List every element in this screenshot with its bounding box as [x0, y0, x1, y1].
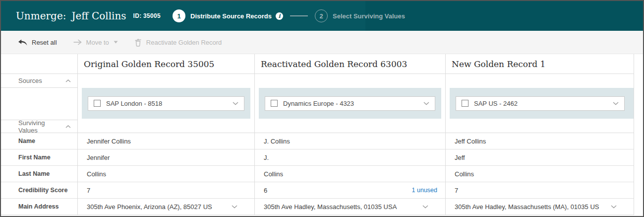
wizard-steps: 1 Distribute Source Records i 2 Select S… — [173, 9, 405, 22]
field-label-first-name: First Name — [1, 149, 77, 166]
reset-all-button[interactable]: Reset all — [18, 39, 57, 46]
page-title: Unmerge:Jeff Collins — [16, 10, 126, 22]
value-last-name: Collins — [255, 166, 445, 182]
sidebar-header-spacer — [1, 54, 77, 74]
reactivate-golden-record-button[interactable]: Reactivate Golden Record — [134, 38, 222, 47]
unmerge-label: Unmerge: — [16, 10, 66, 22]
value-credibility-score: 7 — [446, 182, 634, 199]
source-record-label: SAP London - 8518 — [106, 100, 162, 107]
unused-values-link[interactable]: 1 unused — [412, 187, 445, 194]
value-credibility-score: 6 1 unused — [255, 182, 445, 199]
record-id: ID: 35005 — [133, 12, 161, 19]
info-icon[interactable]: i — [276, 12, 283, 20]
value-name: Jennifer Collins — [78, 133, 254, 149]
caret-down-icon — [114, 41, 118, 44]
chevron-down-icon — [613, 102, 619, 105]
value-first-name: Jennifer — [78, 149, 254, 166]
step-2-circle: 2 — [315, 9, 328, 22]
column-title: Reactivated Golden Record 63003 — [255, 54, 445, 74]
value-last-name: Collins — [446, 166, 634, 182]
source-record-label: Dynamics Europe - 4323 — [283, 100, 354, 107]
value-main-address-dropdown[interactable]: 305th Ave Hadley, Massachusetts (MA), 01… — [446, 199, 634, 215]
value-main-address-dropdown[interactable]: 305th Ave Hadley, Massachusetts, 01035 U… — [255, 199, 445, 215]
field-label-name: Name — [1, 133, 77, 149]
sources-band: SAP US - 2462 — [450, 88, 634, 119]
value-first-name: J. — [255, 149, 445, 166]
source-record-checkbox[interactable] — [462, 100, 468, 107]
field-label-credibility-score: Credibility Score — [1, 182, 77, 199]
source-record-checkbox[interactable] — [94, 100, 101, 107]
undo-icon — [18, 39, 27, 46]
chevron-down-icon — [232, 205, 237, 209]
surviving-values-section-toggle[interactable]: Surviving Values — [1, 120, 77, 133]
chevron-up-icon — [65, 79, 71, 82]
row-labels-sidebar: Sources Surviving Values Name First Name… — [1, 54, 78, 215]
source-record-dropdown[interactable]: SAP London - 8518 — [88, 96, 244, 111]
source-record-checkbox[interactable] — [271, 100, 278, 107]
sources-band: Dynamics Europe - 4323 — [259, 88, 441, 119]
field-label-main-address: Main Address — [1, 199, 77, 215]
value-name: J. Collins — [255, 133, 445, 149]
record-name: Jeff Collins — [71, 10, 126, 22]
step-1-circle: 1 — [173, 9, 185, 22]
app-header: Unmerge:Jeff Collins ID: 35005 1 Distrib… — [1, 1, 643, 31]
right-gutter — [634, 54, 643, 215]
unmerge-window: Unmerge:Jeff Collins ID: 35005 1 Distrib… — [0, 0, 644, 217]
sources-band: SAP London - 8518 — [82, 88, 250, 119]
toolbar: Reset all Move to Reactivate Golden Reco… — [1, 31, 643, 54]
step-select-surviving-values[interactable]: 2 Select Surviving Values — [315, 9, 405, 22]
arrow-right-icon — [73, 39, 82, 45]
value-main-address-dropdown[interactable]: 305th Ave Phoenix, Arizona (AZ), 85027 U… — [78, 199, 254, 215]
trash-restore-icon — [134, 38, 142, 47]
chevron-down-icon — [422, 205, 428, 209]
chevron-up-icon — [65, 125, 71, 128]
column-title: New Golden Record 1 — [446, 54, 634, 74]
column-new-golden-record: New Golden Record 1 SAP US - 2462 Jeff C… — [445, 54, 634, 215]
column-title: Original Golden Record 35005 — [78, 54, 254, 74]
unmerge-grid: Sources Surviving Values Name First Name… — [1, 54, 643, 215]
sources-sidebar-spacer — [1, 88, 77, 120]
value-last-name: Collins — [78, 166, 254, 182]
step-distribute-source-records[interactable]: 1 Distribute Source Records i — [173, 9, 283, 22]
column-reactivated-golden-record: Reactivated Golden Record 63003 Dynamics… — [254, 54, 445, 215]
column-original-golden-record: Original Golden Record 35005 SAP London … — [78, 54, 254, 215]
value-first-name: Jeff — [446, 149, 634, 166]
source-record-label: SAP US - 2462 — [474, 100, 518, 107]
value-name: Jeff Collins — [446, 133, 634, 149]
sources-section-toggle[interactable]: Sources — [1, 74, 77, 88]
chevron-down-icon — [611, 205, 617, 209]
source-record-dropdown[interactable]: SAP US - 2462 — [456, 96, 625, 111]
step-connector-line — [290, 15, 308, 16]
field-label-last-name: Last Name — [1, 166, 77, 182]
move-to-button[interactable]: Move to — [73, 39, 118, 46]
chevron-down-icon — [423, 102, 429, 105]
value-credibility-score: 7 — [78, 182, 254, 199]
source-record-dropdown[interactable]: Dynamics Europe - 4323 — [265, 96, 435, 111]
chevron-down-icon — [233, 102, 238, 105]
